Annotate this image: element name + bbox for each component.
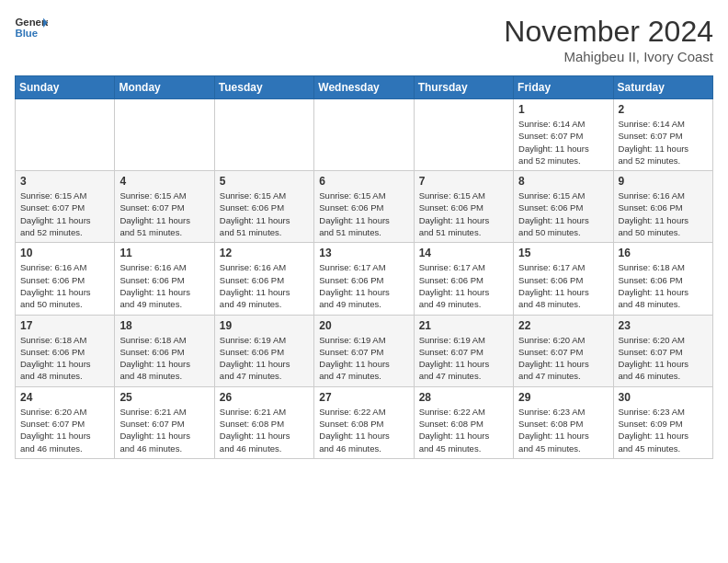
day-info: Sunrise: 6:19 AM Sunset: 6:07 PM Dayligh…: [319, 334, 408, 383]
day-number: 3: [20, 175, 109, 188]
calendar-cell: 25Sunrise: 6:21 AM Sunset: 6:07 PM Dayli…: [115, 386, 214, 458]
day-info: Sunrise: 6:20 AM Sunset: 6:07 PM Dayligh…: [619, 334, 708, 383]
calendar-cell: 19Sunrise: 6:19 AM Sunset: 6:06 PM Dayli…: [214, 315, 313, 386]
day-number: 9: [619, 175, 708, 188]
day-info: Sunrise: 6:23 AM Sunset: 6:08 PM Dayligh…: [518, 406, 608, 454]
calendar-cell: 20Sunrise: 6:19 AM Sunset: 6:07 PM Dayli…: [314, 315, 414, 386]
svg-text:Blue: Blue: [16, 28, 39, 39]
day-info: Sunrise: 6:15 AM Sunset: 6:07 PM Dayligh…: [20, 190, 109, 238]
day-info: Sunrise: 6:20 AM Sunset: 6:07 PM Dayligh…: [518, 334, 608, 383]
calendar-cell: 15Sunrise: 6:17 AM Sunset: 6:06 PM Dayli…: [514, 243, 613, 315]
day-info: Sunrise: 6:21 AM Sunset: 6:07 PM Dayligh…: [119, 406, 209, 454]
page-header: General Blue November 2024 Mahigbeu II, …: [15, 15, 713, 64]
day-number: 17: [20, 319, 109, 332]
calendar-week-2: 3Sunrise: 6:15 AM Sunset: 6:07 PM Daylig…: [16, 171, 713, 243]
col-header-sunday: Sunday: [16, 76, 115, 99]
calendar-cell: 3Sunrise: 6:15 AM Sunset: 6:07 PM Daylig…: [16, 171, 115, 243]
calendar-cell: [314, 99, 414, 171]
day-info: Sunrise: 6:18 AM Sunset: 6:06 PM Dayligh…: [119, 334, 209, 383]
calendar-cell: 26Sunrise: 6:21 AM Sunset: 6:08 PM Dayli…: [214, 386, 313, 458]
calendar-cell: 1Sunrise: 6:14 AM Sunset: 6:07 PM Daylig…: [514, 99, 613, 171]
calendar-cell: [115, 99, 214, 171]
day-info: Sunrise: 6:18 AM Sunset: 6:06 PM Dayligh…: [619, 261, 708, 310]
day-number: 1: [518, 103, 608, 116]
day-info: Sunrise: 6:15 AM Sunset: 6:07 PM Dayligh…: [119, 190, 209, 238]
day-number: 5: [220, 175, 309, 188]
day-info: Sunrise: 6:22 AM Sunset: 6:08 PM Dayligh…: [319, 406, 408, 454]
day-number: 10: [20, 247, 109, 259]
calendar-cell: [214, 99, 313, 171]
day-info: Sunrise: 6:17 AM Sunset: 6:06 PM Dayligh…: [319, 261, 408, 310]
calendar-cell: 14Sunrise: 6:17 AM Sunset: 6:06 PM Dayli…: [414, 243, 513, 315]
calendar-cell: 22Sunrise: 6:20 AM Sunset: 6:07 PM Dayli…: [514, 315, 613, 386]
calendar-cell: 23Sunrise: 6:20 AM Sunset: 6:07 PM Dayli…: [613, 315, 712, 386]
calendar-cell: 7Sunrise: 6:15 AM Sunset: 6:06 PM Daylig…: [414, 171, 513, 243]
calendar-cell: 24Sunrise: 6:20 AM Sunset: 6:07 PM Dayli…: [16, 386, 115, 458]
calendar-cell: 12Sunrise: 6:16 AM Sunset: 6:06 PM Dayli…: [214, 243, 313, 315]
day-number: 12: [220, 247, 309, 259]
calendar-cell: 5Sunrise: 6:15 AM Sunset: 6:06 PM Daylig…: [214, 171, 313, 243]
day-number: 26: [220, 391, 309, 404]
day-number: 24: [20, 391, 109, 404]
calendar-cell: 6Sunrise: 6:15 AM Sunset: 6:06 PM Daylig…: [314, 171, 414, 243]
calendar-week-4: 17Sunrise: 6:18 AM Sunset: 6:06 PM Dayli…: [16, 315, 713, 386]
svg-text:General: General: [16, 17, 49, 28]
calendar-cell: 8Sunrise: 6:15 AM Sunset: 6:06 PM Daylig…: [514, 171, 613, 243]
day-info: Sunrise: 6:22 AM Sunset: 6:08 PM Dayligh…: [419, 406, 508, 454]
day-info: Sunrise: 6:20 AM Sunset: 6:07 PM Dayligh…: [20, 406, 109, 454]
day-info: Sunrise: 6:15 AM Sunset: 6:06 PM Dayligh…: [220, 190, 309, 238]
day-info: Sunrise: 6:18 AM Sunset: 6:06 PM Dayligh…: [20, 334, 109, 383]
day-number: 2: [619, 103, 708, 116]
day-number: 30: [619, 391, 708, 404]
logo-icon: General Blue: [15, 15, 48, 40]
calendar-table: SundayMondayTuesdayWednesdayThursdayFrid…: [15, 75, 713, 459]
calendar-cell: 4Sunrise: 6:15 AM Sunset: 6:07 PM Daylig…: [115, 171, 214, 243]
calendar-cell: 29Sunrise: 6:23 AM Sunset: 6:08 PM Dayli…: [514, 386, 613, 458]
day-number: 15: [518, 247, 608, 259]
day-number: 22: [518, 319, 608, 332]
calendar-cell: [414, 99, 513, 171]
calendar-cell: 21Sunrise: 6:19 AM Sunset: 6:07 PM Dayli…: [414, 315, 513, 386]
calendar-cell: 30Sunrise: 6:23 AM Sunset: 6:09 PM Dayli…: [613, 386, 712, 458]
logo: General Blue: [15, 15, 48, 40]
calendar-cell: 27Sunrise: 6:22 AM Sunset: 6:08 PM Dayli…: [314, 386, 414, 458]
day-info: Sunrise: 6:16 AM Sunset: 6:06 PM Dayligh…: [619, 190, 708, 238]
calendar-cell: [16, 99, 115, 171]
calendar-cell: 9Sunrise: 6:16 AM Sunset: 6:06 PM Daylig…: [613, 171, 712, 243]
day-number: 23: [619, 319, 708, 332]
day-number: 29: [518, 391, 608, 404]
location: Mahigbeu II, Ivory Coast: [504, 49, 713, 64]
calendar-cell: 16Sunrise: 6:18 AM Sunset: 6:06 PM Dayli…: [613, 243, 712, 315]
day-info: Sunrise: 6:23 AM Sunset: 6:09 PM Dayligh…: [619, 406, 708, 454]
calendar-week-1: 1Sunrise: 6:14 AM Sunset: 6:07 PM Daylig…: [16, 99, 713, 171]
day-number: 8: [518, 175, 608, 188]
day-number: 16: [619, 247, 708, 259]
month-title: November 2024: [504, 15, 713, 49]
calendar-cell: 2Sunrise: 6:14 AM Sunset: 6:07 PM Daylig…: [613, 99, 712, 171]
day-info: Sunrise: 6:14 AM Sunset: 6:07 PM Dayligh…: [619, 118, 708, 167]
day-number: 19: [220, 319, 309, 332]
day-number: 25: [119, 391, 209, 404]
day-number: 27: [319, 391, 408, 404]
day-info: Sunrise: 6:14 AM Sunset: 6:07 PM Dayligh…: [518, 118, 608, 167]
calendar-header-row: SundayMondayTuesdayWednesdayThursdayFrid…: [16, 76, 713, 99]
day-number: 11: [119, 247, 209, 259]
day-info: Sunrise: 6:17 AM Sunset: 6:06 PM Dayligh…: [419, 261, 508, 310]
col-header-wednesday: Wednesday: [314, 76, 414, 99]
col-header-friday: Friday: [514, 76, 613, 99]
day-number: 13: [319, 247, 408, 259]
day-number: 18: [119, 319, 209, 332]
day-info: Sunrise: 6:16 AM Sunset: 6:06 PM Dayligh…: [20, 261, 109, 310]
day-number: 14: [419, 247, 508, 259]
title-block: November 2024 Mahigbeu II, Ivory Coast: [504, 15, 713, 64]
day-info: Sunrise: 6:19 AM Sunset: 6:07 PM Dayligh…: [419, 334, 508, 383]
day-info: Sunrise: 6:15 AM Sunset: 6:06 PM Dayligh…: [518, 190, 608, 238]
day-number: 6: [319, 175, 408, 188]
col-header-monday: Monday: [115, 76, 214, 99]
day-info: Sunrise: 6:15 AM Sunset: 6:06 PM Dayligh…: [419, 190, 508, 238]
calendar-cell: 11Sunrise: 6:16 AM Sunset: 6:06 PM Dayli…: [115, 243, 214, 315]
calendar-cell: 13Sunrise: 6:17 AM Sunset: 6:06 PM Dayli…: [314, 243, 414, 315]
day-info: Sunrise: 6:17 AM Sunset: 6:06 PM Dayligh…: [518, 261, 608, 310]
calendar-cell: 10Sunrise: 6:16 AM Sunset: 6:06 PM Dayli…: [16, 243, 115, 315]
day-info: Sunrise: 6:15 AM Sunset: 6:06 PM Dayligh…: [319, 190, 408, 238]
